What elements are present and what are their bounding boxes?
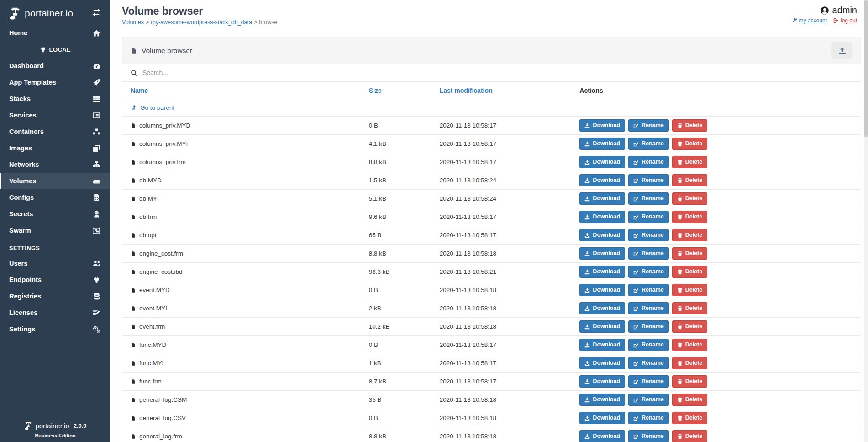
delete-button[interactable]: Delete — [672, 430, 708, 442]
rename-button[interactable]: Rename — [628, 229, 669, 242]
rename-button[interactable]: Rename — [628, 266, 669, 278]
sidebar-item-endpoints[interactable]: Endpoints — [0, 272, 110, 288]
rename-button[interactable]: Rename — [628, 284, 669, 297]
sidebar-item-configs[interactable]: Configs — [0, 189, 110, 206]
delete-button[interactable]: Delete — [672, 174, 708, 187]
column-header-size[interactable]: Size — [369, 87, 440, 94]
delete-button[interactable]: Delete — [672, 211, 708, 224]
sidebar-item-stacks[interactable]: Stacks — [0, 91, 110, 107]
breadcrumb-volumes-link[interactable]: Volumes — [122, 19, 144, 26]
sidebar-item-users[interactable]: Users — [0, 255, 110, 272]
rename-button[interactable]: Rename — [628, 412, 669, 425]
sidebar-item-networks[interactable]: Networks — [0, 156, 110, 173]
download-button[interactable]: Download — [579, 266, 625, 278]
rename-button[interactable]: Rename — [628, 430, 669, 442]
file-modified: 2020-11-13 10:58:17 — [440, 122, 580, 129]
download-button[interactable]: Download — [579, 138, 625, 150]
download-button-label: Download — [593, 250, 620, 257]
endpoint-switch-button[interactable] — [91, 8, 101, 18]
download-button[interactable]: Download — [579, 357, 625, 370]
download-button-label: Download — [593, 195, 620, 202]
download-button[interactable]: Download — [579, 302, 625, 315]
environment-selector[interactable]: LOCAL — [0, 41, 110, 58]
trash-icon — [677, 342, 683, 348]
download-button[interactable]: Download — [579, 284, 625, 297]
download-button[interactable]: Download — [579, 211, 625, 224]
rename-button[interactable]: Rename — [628, 357, 669, 370]
delete-button[interactable]: Delete — [672, 156, 708, 169]
sidebar-item-volumes[interactable]: Volumes — [0, 173, 110, 189]
download-button[interactable]: Download — [579, 174, 625, 187]
sidebar-item-containers[interactable]: Containers — [0, 123, 110, 140]
rename-button[interactable]: Rename — [628, 119, 669, 132]
rename-button[interactable]: Rename — [628, 302, 669, 315]
delete-button[interactable]: Delete — [672, 192, 708, 205]
search-input[interactable] — [142, 69, 852, 76]
sidebar-item-dashboard[interactable]: Dashboard — [0, 58, 110, 74]
delete-button[interactable]: Delete — [672, 138, 708, 150]
download-button[interactable]: Download — [579, 339, 625, 351]
download-button[interactable]: Download — [579, 430, 625, 442]
rename-button[interactable]: Rename — [628, 174, 669, 187]
edit-icon — [633, 196, 639, 202]
file-modified: 2020-11-13 10:58:17 — [440, 159, 580, 165]
sidebar-item-registries[interactable]: Registries — [0, 288, 110, 304]
delete-button[interactable]: Delete — [672, 412, 708, 425]
trash-icon — [677, 160, 683, 165]
download-button[interactable]: Download — [579, 320, 625, 333]
download-button[interactable]: Download — [579, 375, 625, 388]
download-button[interactable]: Download — [579, 156, 625, 169]
breadcrumb-current: browse — [259, 19, 277, 26]
download-button[interactable]: Download — [579, 192, 625, 205]
rename-button[interactable]: Rename — [628, 394, 669, 406]
log-out-link[interactable]: log out — [833, 17, 857, 24]
sidebar-item-licenses[interactable]: Licenses — [0, 304, 110, 321]
sidebar-item-images[interactable]: Images — [0, 140, 110, 156]
rename-button[interactable]: Rename — [628, 192, 669, 205]
rename-button[interactable]: Rename — [628, 375, 669, 388]
edit-icon — [633, 251, 639, 256]
delete-button[interactable]: Delete — [672, 320, 708, 333]
delete-button[interactable]: Delete — [672, 302, 708, 315]
column-header-name[interactable]: Name — [131, 87, 369, 94]
rename-button[interactable]: Rename — [628, 339, 669, 351]
sidebar-item-swarm[interactable]: Swarm — [0, 222, 110, 239]
sidebar-item-settings[interactable]: Settings — [0, 321, 110, 337]
vertical-scrollbar[interactable] — [864, 0, 868, 442]
brand-logo-link[interactable]: portainer.io — [8, 6, 73, 20]
breadcrumb-volume-link[interactable]: my-awesome-wordpress-stack_db_data — [151, 19, 252, 26]
delete-button[interactable]: Delete — [672, 247, 708, 260]
delete-button[interactable]: Delete — [672, 375, 708, 388]
sidebar-item-app-templates[interactable]: App Templates — [0, 74, 110, 91]
cogs-icon — [93, 325, 100, 333]
download-button[interactable]: Download — [579, 119, 625, 132]
download-button[interactable]: Download — [579, 229, 625, 242]
my-account-link[interactable]: my account — [792, 17, 827, 24]
rename-button[interactable]: Rename — [628, 156, 669, 169]
sidebar-item-label: Configs — [9, 194, 34, 201]
column-header-last-modification[interactable]: Last modification — [440, 87, 580, 94]
download-button[interactable]: Download — [579, 394, 625, 406]
sidebar-item-services[interactable]: Services — [0, 107, 110, 123]
sidebar-item-secrets[interactable]: Secrets — [0, 206, 110, 222]
rename-button[interactable]: Rename — [628, 211, 669, 224]
file-size: 98.3 kB — [369, 268, 440, 275]
delete-button[interactable]: Delete — [672, 266, 708, 278]
rename-button[interactable]: Rename — [628, 247, 669, 260]
scrollbar-thumb[interactable] — [864, 0, 868, 137]
delete-button[interactable]: Delete — [672, 394, 708, 406]
go-to-parent-link[interactable]: Go to parent — [131, 104, 852, 111]
rename-button[interactable]: Rename — [628, 320, 669, 333]
delete-button[interactable]: Delete — [672, 229, 708, 242]
download-button[interactable]: Download — [579, 412, 625, 425]
upload-button[interactable] — [831, 42, 852, 59]
download-button[interactable]: Download — [579, 247, 625, 260]
rename-button[interactable]: Rename — [628, 138, 669, 150]
delete-button[interactable]: Delete — [672, 339, 708, 351]
download-icon — [584, 196, 590, 202]
sidebar-item-home[interactable]: Home — [0, 25, 110, 41]
delete-button[interactable]: Delete — [672, 357, 708, 370]
file-size: 65 B — [369, 232, 440, 239]
delete-button[interactable]: Delete — [672, 119, 708, 132]
delete-button[interactable]: Delete — [672, 284, 708, 297]
